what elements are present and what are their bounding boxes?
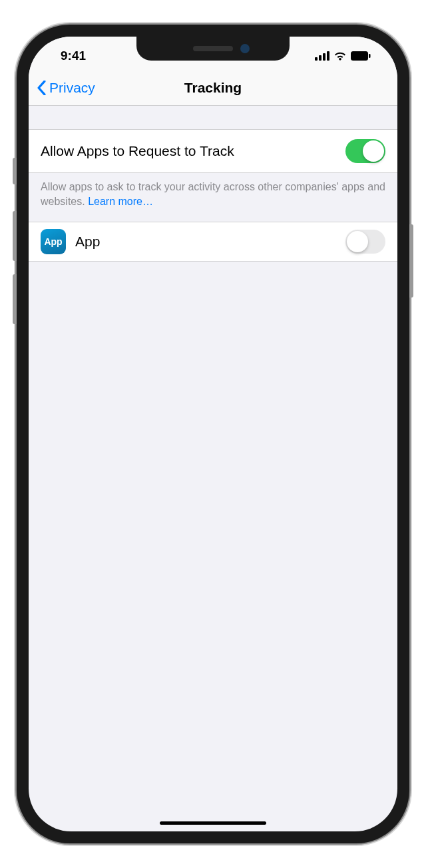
- status-time: 9:41: [61, 49, 86, 63]
- allow-tracking-description: Allow apps to ask to track your activity…: [29, 173, 397, 222]
- screen: 9:41: [29, 37, 397, 831]
- app-tracking-toggle[interactable]: [345, 230, 385, 254]
- allow-tracking-label: Allow Apps to Request to Track: [41, 143, 234, 159]
- toggle-knob: [363, 140, 384, 162]
- app-tracking-row: App App: [29, 222, 397, 262]
- back-label: Privacy: [49, 80, 95, 96]
- svg-rect-3: [327, 51, 329, 61]
- nav-bar: Privacy Tracking: [29, 70, 397, 106]
- speaker-grill: [193, 46, 233, 51]
- back-button[interactable]: Privacy: [37, 80, 95, 96]
- svg-rect-4: [351, 51, 368, 61]
- power-button: [409, 224, 413, 298]
- svg-rect-0: [315, 57, 318, 61]
- app-icon-text: App: [44, 236, 62, 247]
- wifi-icon: [333, 51, 347, 61]
- front-camera: [240, 44, 250, 53]
- status-icons: [315, 51, 371, 61]
- toggle-knob: [347, 231, 368, 252]
- volume-up-button: [13, 211, 17, 261]
- svg-rect-1: [319, 55, 321, 61]
- app-name-label: App: [75, 234, 100, 250]
- app-row-left: App App: [41, 229, 100, 254]
- page-title: Tracking: [184, 80, 242, 96]
- svg-rect-5: [369, 54, 371, 58]
- app-icon: App: [41, 229, 66, 254]
- allow-tracking-toggle[interactable]: [345, 139, 385, 163]
- phone-frame: 9:41: [17, 25, 409, 843]
- cellular-icon: [315, 51, 329, 61]
- home-indicator[interactable]: [160, 821, 266, 825]
- svg-rect-2: [323, 53, 325, 61]
- content-area: Allow Apps to Request to Track Allow app…: [29, 106, 397, 262]
- battery-icon: [351, 51, 371, 61]
- back-chevron-icon: [37, 81, 47, 95]
- allow-tracking-row: Allow Apps to Request to Track: [29, 129, 397, 173]
- mute-switch: [13, 158, 17, 184]
- notch: [136, 37, 290, 61]
- volume-down-button: [13, 274, 17, 324]
- learn-more-link[interactable]: Learn more…: [88, 196, 153, 207]
